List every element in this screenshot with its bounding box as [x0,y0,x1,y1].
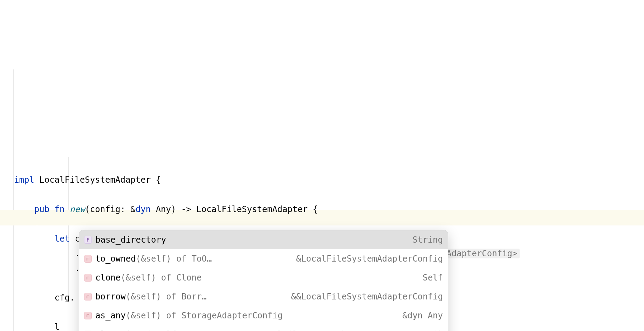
completion-label: clone_into(&self, target: &mut &LocalFil… [95,327,348,331]
fn-name-new: new [70,204,85,214]
completion-type: Self [423,270,443,285]
code-editor[interactable]: impl LocalFileSystemAdapter { pub fn new… [0,59,644,331]
completion-item[interactable]: mclone(&self) of CloneSelf [79,268,448,287]
completion-label: to_owned(&self) of ToO… [95,251,212,266]
completion-type: &LocalFileSystemAdapterConfig [296,251,443,266]
keyword-impl: impl [14,175,34,185]
indent-guide [13,69,14,331]
completion-item[interactable]: mclone_into(&self, target: &mut &LocalFi… [79,325,448,331]
code-text: Any) -> LocalFileSystemAdapter { [151,204,318,214]
completion-type: &&LocalFileSystemAdapterConfig [291,289,443,304]
code-text: l [55,322,60,331]
completion-item[interactable]: mto_owned(&self) of ToO…&LocalFileSystem… [79,249,448,268]
method-icon: m [84,312,92,319]
code-text: cfg. [55,293,75,303]
code-text: LocalFileSystemAdapter { [34,175,161,185]
keyword-pub: pub [34,204,49,214]
completion-label: borrow(&self) of Borr… [95,289,207,304]
method-icon: m [84,255,92,263]
method-icon: m [84,274,92,282]
completion-type: () [433,327,443,331]
completion-item[interactable]: Fbase_directoryString [79,230,448,249]
method-icon: m [84,293,92,300]
keyword-dyn: dyn [136,204,151,214]
keyword-fn: fn [55,204,65,214]
completion-type: &dyn Any [402,308,443,323]
completion-label: base_directory [95,232,166,247]
code-text: (config: & [85,204,136,214]
completion-type: String [412,232,443,247]
completion-item[interactable]: mas_any(&self) of StorageAdapterConfig&d… [79,306,448,325]
completion-label: clone(&self) of Clone [95,270,201,285]
completion-label: as_any(&self) of StorageAdapterConfig [95,308,283,323]
keyword-let: let [55,234,70,244]
field-icon: F [84,236,92,244]
completion-item[interactable]: mborrow(&self) of Borr…&&LocalFileSystem… [79,287,448,306]
autocomplete-popup[interactable]: Fbase_directoryStringmto_owned(&self) of… [79,230,448,331]
